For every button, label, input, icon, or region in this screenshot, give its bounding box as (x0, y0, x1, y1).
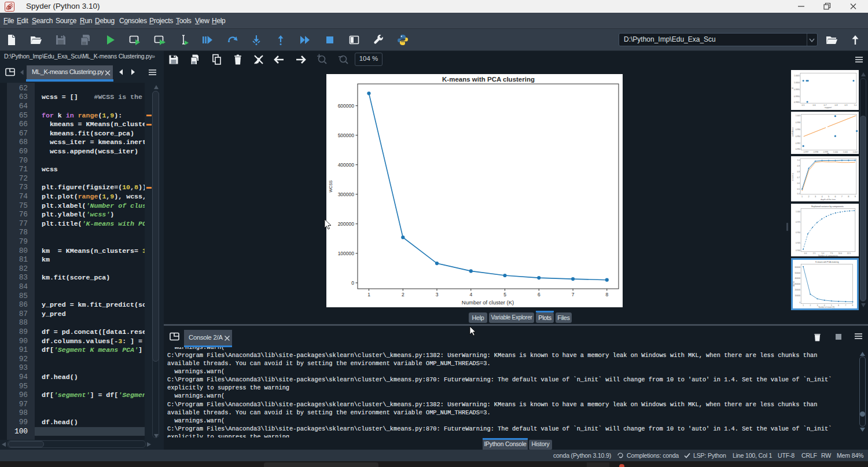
svg-text:support: support (825, 107, 832, 109)
svg-text:4: 4 (469, 292, 472, 297)
svg-text:0.8: 0.8 (835, 104, 838, 106)
svg-text:500000: 500000 (338, 133, 355, 138)
svg-text:3: 3 (436, 292, 439, 297)
svg-text:0.9990: 0.9990 (794, 96, 800, 98)
svg-text:10.0: 10.0 (838, 253, 842, 255)
svg-text:0.925: 0.925 (796, 242, 800, 244)
svg-text:300000: 300000 (338, 192, 355, 197)
svg-text:400000: 400000 (338, 162, 355, 168)
svg-text:0.5: 0.5 (802, 104, 805, 106)
svg-text:0: 0 (800, 301, 801, 304)
svg-text:1.003: 1.003 (796, 115, 800, 117)
svg-text:0.0: 0.0 (804, 253, 807, 255)
svg-text:0.7: 0.7 (797, 176, 800, 179)
svg-text:accuracy: accuracy (792, 173, 794, 181)
svg-text:0.9: 0.9 (845, 104, 848, 106)
svg-text:1.000: 1.000 (833, 151, 838, 153)
svg-text:0.9985: 0.9985 (794, 102, 800, 104)
svg-text:0.998: 0.998 (814, 151, 818, 153)
svg-text:7: 7 (572, 292, 575, 297)
svg-text:2: 2 (402, 292, 404, 297)
svg-text:Explained variance by componen: Explained variance by components (811, 205, 844, 208)
svg-text:WCSS: WCSS (329, 180, 333, 192)
svg-text:2.5: 2.5 (813, 253, 816, 255)
svg-text:0.9995: 0.9995 (794, 89, 800, 91)
svg-text:1.000: 1.000 (796, 211, 800, 213)
svg-text:lift: lift (827, 153, 829, 154)
svg-text:1.0000: 1.0000 (794, 82, 800, 84)
svg-text:0.5: 0.5 (797, 188, 800, 190)
svg-text:6: 6 (838, 304, 839, 307)
svg-text:0.6: 0.6 (813, 104, 816, 106)
svg-text:0.9: 0.9 (797, 165, 800, 167)
svg-text:8: 8 (848, 196, 849, 198)
svg-text:600000: 600000 (795, 266, 800, 269)
svg-text:1.001: 1.001 (843, 151, 848, 153)
svg-text:WCSS: WCSS (793, 281, 795, 286)
svg-text:12.5: 12.5 (847, 253, 851, 255)
svg-text:400000: 400000 (795, 277, 800, 280)
svg-text:200000: 200000 (795, 289, 800, 291)
svg-text:0.998: 0.998 (796, 122, 800, 124)
svg-text:K-means with PCA clustering: K-means with PCA clustering (442, 76, 535, 83)
svg-text:9: 9 (855, 196, 856, 198)
svg-text:8: 8 (852, 304, 854, 307)
svg-text:1.002: 1.002 (853, 151, 858, 153)
svg-text:2: 2 (810, 304, 811, 307)
svg-text:7: 7 (841, 196, 843, 198)
svg-text:1.0: 1.0 (797, 159, 800, 161)
svg-text:confidence: confidence (792, 127, 794, 137)
svg-text:4: 4 (821, 196, 822, 198)
svg-text:S: S (8, 5, 11, 10)
svg-text:300000: 300000 (795, 283, 800, 285)
svg-text:0.994: 0.994 (796, 135, 800, 138)
svg-text:Number of cluster (K): Number of cluster (K) (818, 306, 834, 308)
svg-text:1: 1 (803, 304, 804, 307)
svg-text:200000: 200000 (338, 221, 355, 227)
svg-text:0.900: 0.900 (796, 249, 800, 252)
svg-text:3: 3 (817, 304, 818, 307)
svg-text:0.950: 0.950 (796, 231, 800, 234)
svg-text:600000: 600000 (338, 103, 355, 109)
svg-text:5: 5 (828, 196, 829, 198)
svg-text:Number of components: Number of components (818, 255, 838, 256)
svg-text:500000: 500000 (795, 272, 800, 274)
svg-text:K-means with PCA clustering: K-means with PCA clustering (815, 261, 839, 263)
svg-text:1: 1 (801, 196, 803, 198)
svg-text:6: 6 (834, 196, 836, 198)
svg-text:0.997: 0.997 (804, 151, 808, 153)
svg-text:7: 7 (845, 304, 846, 307)
svg-text:depth of the tree: depth of the tree (821, 198, 836, 201)
svg-text:1.0: 1.0 (854, 104, 857, 106)
svg-text:2: 2 (808, 196, 810, 198)
svg-text:100000: 100000 (795, 295, 800, 297)
svg-text:0.8: 0.8 (797, 171, 800, 173)
svg-text:5: 5 (503, 292, 506, 297)
svg-text:0: 0 (351, 280, 354, 286)
svg-text:8: 8 (605, 292, 608, 297)
svg-text:lift: lift (792, 87, 794, 89)
svg-text:1: 1 (367, 292, 370, 297)
svg-text:Number of cluster (K): Number of cluster (K) (462, 299, 514, 306)
svg-text:0.992: 0.992 (796, 142, 800, 145)
svg-text:0.990: 0.990 (796, 148, 800, 150)
svg-text:0.996: 0.996 (796, 128, 800, 131)
svg-text:0.4: 0.4 (797, 193, 800, 195)
svg-text:3: 3 (815, 196, 816, 198)
svg-text:100000: 100000 (338, 251, 355, 256)
svg-text:6: 6 (538, 292, 540, 297)
svg-text:1.0005: 1.0005 (794, 75, 800, 78)
svg-text:0.6: 0.6 (797, 182, 800, 185)
svg-text:0.7: 0.7 (824, 104, 827, 106)
svg-text:0.975: 0.975 (796, 221, 800, 223)
